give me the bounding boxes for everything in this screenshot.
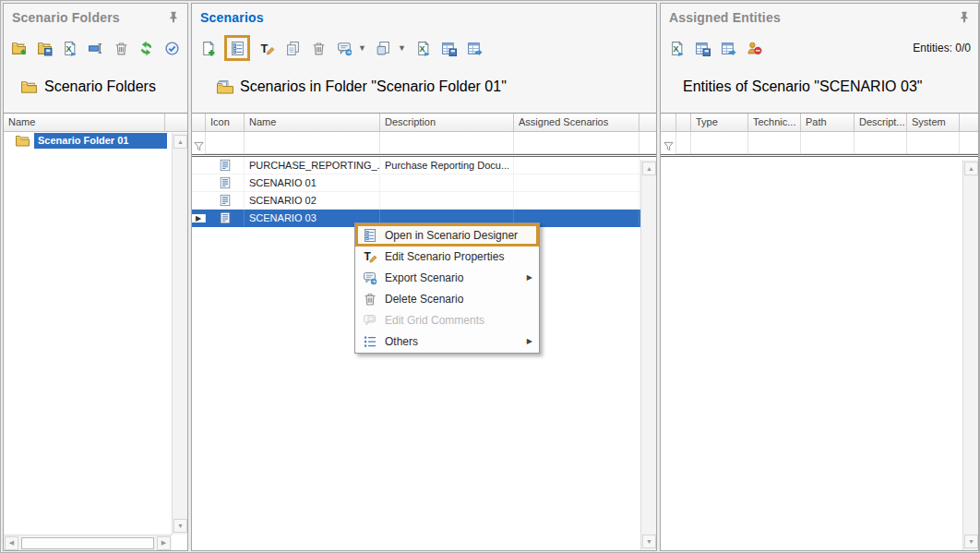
- filter-cell-name[interactable]: [245, 132, 380, 154]
- filter-cell-technical[interactable]: [748, 132, 801, 154]
- filter-cell-description[interactable]: [380, 132, 514, 154]
- scenarios-vertical-scrollbar[interactable]: ▲ ▼: [640, 160, 656, 550]
- menu-item-label: Open in Scenario Designer: [385, 229, 518, 242]
- column-header-filler: [639, 114, 656, 131]
- scenario-description[interactable]: [380, 192, 514, 209]
- svg-text:X: X: [66, 43, 72, 53]
- menu-item-open-in-scenario-designer[interactable]: Open in Scenario Designer: [356, 224, 538, 246]
- column-header-technical[interactable]: Technic...: [748, 114, 801, 131]
- comment-icon[interactable]: [336, 40, 353, 56]
- scroll-up-icon[interactable]: ▲: [173, 135, 187, 149]
- scenario-name[interactable]: PURCHASE_REPORTING_...: [245, 157, 380, 174]
- scroll-down-icon[interactable]: ▼: [964, 535, 978, 548]
- menu-item-export-scenario[interactable]: Export Scenario ▶: [356, 267, 538, 288]
- scenario-name[interactable]: SCENARIO 02: [245, 192, 380, 209]
- scenarios-toolbar: T ▼ ▼ X: [199, 35, 649, 61]
- filter-cell-icon[interactable]: [206, 132, 245, 154]
- edit-scenario-properties-icon[interactable]: T: [258, 40, 275, 56]
- add-folder-icon[interactable]: [11, 40, 28, 56]
- pin-icon[interactable]: [167, 10, 180, 23]
- remove-entity-icon[interactable]: [746, 40, 762, 56]
- scenario-icon: [206, 192, 245, 209]
- save-grid-layout-icon[interactable]: [441, 40, 458, 56]
- refresh-icon[interactable]: [138, 40, 155, 56]
- filter-cell-system[interactable]: [907, 132, 960, 154]
- export-scenario-icon: [363, 270, 377, 285]
- column-header-type[interactable]: Type: [691, 114, 748, 131]
- scrollbar-thumb[interactable]: [21, 537, 154, 549]
- delete-icon: [363, 292, 377, 307]
- column-header-name[interactable]: Name: [4, 114, 165, 131]
- scroll-up-icon[interactable]: ▲: [642, 162, 656, 175]
- folders-vertical-scrollbar[interactable]: ▲ ▼: [172, 133, 187, 535]
- delete-folder-icon[interactable]: [113, 40, 129, 56]
- open-scenario-designer-icon[interactable]: [229, 40, 245, 56]
- scenario-assigned[interactable]: [514, 174, 639, 191]
- scenario-row[interactable]: PURCHASE_REPORTING_... Purchase Reportin…: [192, 157, 656, 174]
- scenarios-title-row: Scenarios: [200, 9, 651, 28]
- scroll-down-icon[interactable]: ▼: [642, 535, 656, 548]
- filter-cell-description[interactable]: [855, 132, 907, 154]
- export-excel-icon[interactable]: X: [668, 40, 685, 56]
- scenario-description[interactable]: [380, 174, 514, 191]
- comment-dropdown-icon[interactable]: ▼: [358, 43, 366, 53]
- menu-item-label: Others: [385, 335, 418, 348]
- copy-scenario-icon[interactable]: [284, 40, 301, 56]
- column-header-system[interactable]: System: [907, 114, 960, 131]
- copy-to-dropdown-icon[interactable]: ▼: [398, 43, 406, 53]
- entities-filter-row: [661, 132, 978, 157]
- filter-icon: [194, 141, 204, 151]
- folder-tree-row[interactable]: Scenario Folder 01: [4, 132, 187, 150]
- scenario-row[interactable]: SCENARIO 02: [192, 192, 656, 210]
- menu-item-others[interactable]: Others ▶: [356, 331, 538, 352]
- scroll-up-icon[interactable]: ▲: [964, 162, 978, 175]
- menu-item-edit-grid-comments[interactable]: Edit Grid Comments: [356, 309, 538, 331]
- load-grid-layout-icon[interactable]: [720, 40, 736, 56]
- scenarios-filter-row: [192, 132, 656, 157]
- scenario-folders-panel-title: Scenario Folders: [12, 10, 120, 25]
- delete-scenario-icon[interactable]: [310, 40, 327, 56]
- column-header-description[interactable]: Descript...: [855, 114, 907, 131]
- copy-to-folder-icon[interactable]: [376, 40, 392, 56]
- filter-cell-blank[interactable]: [676, 132, 691, 154]
- scenario-description[interactable]: Purchase Reporting Docu...: [380, 157, 514, 174]
- export-excel-icon[interactable]: X: [415, 40, 432, 56]
- save-folder-icon[interactable]: [37, 40, 54, 56]
- column-header-assigned-scenarios[interactable]: Assigned Scenarios: [514, 114, 639, 131]
- new-scenario-icon[interactable]: [199, 40, 216, 56]
- filter-cell-assigned[interactable]: [514, 132, 639, 154]
- menu-item-edit-scenario-properties[interactable]: T Edit Scenario Properties: [356, 246, 538, 267]
- filter-cell-type[interactable]: [691, 132, 748, 154]
- save-grid-layout-icon[interactable]: [694, 40, 711, 56]
- scroll-left-icon[interactable]: ◀: [5, 536, 18, 550]
- rename-folder-icon[interactable]: [88, 40, 104, 56]
- scroll-down-icon[interactable]: ▼: [173, 519, 187, 533]
- scenario-assigned[interactable]: [514, 192, 639, 209]
- scenarios-grid-header-row: Icon Name Description Assigned Scenarios: [192, 114, 656, 132]
- column-header-path[interactable]: Path: [801, 114, 855, 131]
- column-header-icon[interactable]: Icon: [206, 114, 245, 131]
- entities-grid-header-row: Type Technic... Path Descript... System: [661, 114, 978, 132]
- scenario-name[interactable]: SCENARIO 01: [245, 174, 380, 191]
- validate-icon[interactable]: [163, 40, 180, 56]
- folder-row-label[interactable]: Scenario Folder 01: [34, 133, 167, 149]
- load-grid-layout-icon[interactable]: [467, 40, 484, 56]
- export-excel-icon[interactable]: X: [62, 40, 78, 56]
- column-header-description[interactable]: Description: [380, 114, 514, 131]
- menu-item-delete-scenario[interactable]: Delete Scenario: [356, 288, 538, 309]
- scenarios-header: Scenarios in Folder "Scenario Folder 01": [216, 76, 649, 98]
- filter-cell-path[interactable]: [801, 132, 855, 154]
- folders-horizontal-scrollbar[interactable]: ◀ ▶: [4, 535, 172, 550]
- folders-grid-header-row: Name: [4, 114, 187, 132]
- entities-vertical-scrollbar[interactable]: ▲ ▼: [962, 160, 978, 550]
- scenario-folders-panel: Scenario Folders X Scenario Folders: [3, 3, 188, 551]
- scenarios-folder-icon: [216, 79, 233, 95]
- row-indicator: ▶: [192, 214, 206, 222]
- scenario-assigned[interactable]: [514, 157, 639, 174]
- column-header-name[interactable]: Name: [245, 114, 380, 131]
- scenario-row[interactable]: SCENARIO 01: [192, 174, 656, 192]
- filter-cell-filler: [639, 132, 656, 154]
- assigned-entities-title-row: Assigned Entities: [669, 9, 973, 28]
- scroll-right-icon[interactable]: ▶: [157, 536, 171, 550]
- pin-icon[interactable]: [958, 10, 971, 23]
